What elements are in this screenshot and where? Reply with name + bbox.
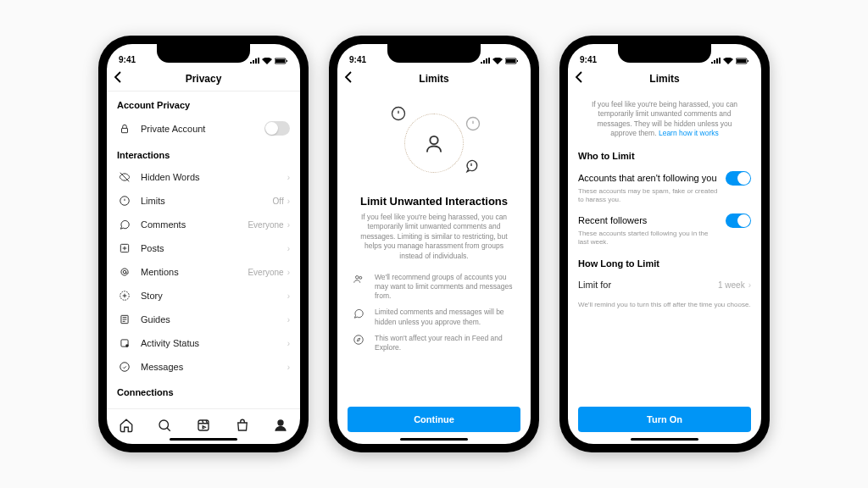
svg-point-6 [123, 270, 126, 274]
comment-icon [353, 308, 368, 326]
page-title: Limits [649, 73, 679, 85]
nav-home[interactable] [119, 418, 134, 436]
svg-point-21 [356, 276, 359, 280]
people-icon [353, 273, 368, 301]
feature-text: We'll recommend groups of accounts you m… [375, 273, 515, 301]
limit-for-value: 1 week [718, 280, 745, 290]
svg-rect-25 [737, 59, 746, 63]
chevron-right-icon: › [748, 280, 751, 290]
row-label: Comments [141, 219, 248, 230]
row-hidden-words[interactable]: Hidden Words › [107, 165, 300, 189]
intro-text: If you feel like you're being harassed, … [568, 92, 761, 142]
chevron-right-icon: › [287, 315, 290, 324]
feature-reach: This won't affect your reach in Feed and… [337, 330, 531, 356]
row-label: Hidden Words [141, 172, 284, 182]
svg-rect-16 [506, 59, 515, 63]
section-how-long: How Long to Limit [568, 250, 761, 274]
option-toggle[interactable] [726, 214, 751, 228]
nav-search[interactable] [157, 418, 172, 436]
phone-frame-2: 9:41 Limits Limit Unwanted Interactions [329, 36, 539, 452]
feature-text: Limited comments and messages will be hi… [375, 308, 515, 326]
option-not-following[interactable]: Accounts that aren't following you These… [568, 166, 761, 208]
row-label: Posts [141, 243, 284, 253]
page-title: Limits [419, 73, 448, 85]
alert-badge-icon [465, 115, 481, 132]
back-button[interactable] [344, 71, 353, 86]
notch [387, 44, 481, 63]
row-private-account[interactable]: Private Account [107, 115, 300, 141]
svg-rect-1 [275, 59, 285, 63]
phone-frame-3: 9:41 Limits If you feel like you're bein… [559, 36, 770, 452]
row-label: Limits [141, 196, 273, 206]
chevron-right-icon: › [287, 197, 290, 206]
feature-recommend: We'll recommend groups of accounts you m… [337, 269, 531, 304]
page-title: Privacy [186, 73, 222, 85]
private-account-label: Private Account [141, 124, 264, 134]
story-icon [117, 290, 132, 302]
section-who-to-limit: Who to Limit [568, 142, 761, 166]
row-label: Activity Status [141, 338, 284, 348]
row-limit-for[interactable]: Limit for 1 week › [568, 274, 761, 296]
option-subtitle: These accounts started following you in … [578, 230, 751, 247]
status-time: 9:41 [349, 55, 366, 64]
header: Privacy [107, 66, 300, 92]
nav-reels[interactable] [196, 418, 211, 436]
home-indicator [170, 438, 237, 441]
row-activity-status[interactable]: Activity Status › [107, 331, 300, 355]
learn-link[interactable]: Learn how it works [659, 129, 719, 137]
row-guides[interactable]: Guides › [107, 308, 300, 331]
nav-profile[interactable] [273, 418, 288, 436]
chevron-right-icon: › [287, 268, 290, 277]
option-toggle[interactable] [726, 171, 751, 186]
row-label: Guides [141, 314, 284, 324]
row-posts[interactable]: Posts › [107, 236, 300, 260]
continue-button[interactable]: Continue [348, 407, 520, 432]
row-messages[interactable]: Messages › [107, 355, 300, 379]
header: Limits [568, 66, 761, 92]
feature-text: This won't affect your reach in Feed and… [375, 334, 515, 352]
status-icons [480, 58, 519, 64]
chevron-right-icon: › [287, 173, 290, 182]
reminder-hint: We'll remind you to turn this off after … [568, 296, 761, 314]
nav-shop[interactable] [235, 418, 250, 436]
alert-bubble-icon [463, 158, 480, 175]
section-account-privacy: Account Privacy [107, 92, 300, 115]
svg-point-11 [120, 363, 130, 372]
limits-icon [117, 195, 132, 207]
chevron-right-icon: › [287, 363, 290, 372]
phone-frame-1: 9:41 Privacy Account Privacy Private Acc… [98, 36, 309, 452]
back-button[interactable] [114, 71, 122, 86]
illustration [337, 97, 531, 190]
row-mentions[interactable]: Mentions Everyone › [107, 260, 300, 284]
row-comments[interactable]: Comments Everyone › [107, 213, 300, 236]
svg-point-14 [278, 420, 283, 425]
row-value: Everyone [248, 268, 283, 277]
back-button[interactable] [575, 71, 583, 86]
row-label: Messages [141, 362, 284, 372]
feature-hidden: Limited comments and messages will be hi… [337, 304, 531, 330]
headline: Limit Unwanted Interactions [337, 190, 531, 213]
home-indicator [400, 438, 468, 441]
description: If you feel like you're being harassed, … [337, 213, 531, 269]
turn-on-button[interactable]: Turn On [578, 407, 751, 432]
row-label: Mentions [141, 267, 248, 277]
limit-for-label: Limit for [578, 280, 718, 290]
status-time: 9:41 [580, 55, 597, 64]
row-story[interactable]: Story › [107, 284, 300, 308]
svg-point-18 [430, 136, 437, 144]
home-indicator [631, 438, 698, 441]
private-account-toggle[interactable] [264, 121, 290, 136]
guides-icon [117, 313, 132, 325]
chevron-right-icon: › [287, 339, 290, 348]
chevron-right-icon: › [287, 220, 290, 230]
svg-point-22 [359, 277, 362, 280]
chevron-right-icon: › [287, 244, 290, 253]
alert-badge-icon [390, 105, 407, 122]
option-recent-followers[interactable]: Recent followers These accounts started … [568, 208, 761, 251]
mention-icon [117, 266, 132, 278]
row-limits[interactable]: Limits Off › [107, 189, 300, 213]
row-value: Everyone [248, 220, 283, 230]
option-title: Recent followers [578, 215, 726, 225]
hidden-icon [117, 171, 132, 183]
messages-icon [117, 361, 132, 373]
